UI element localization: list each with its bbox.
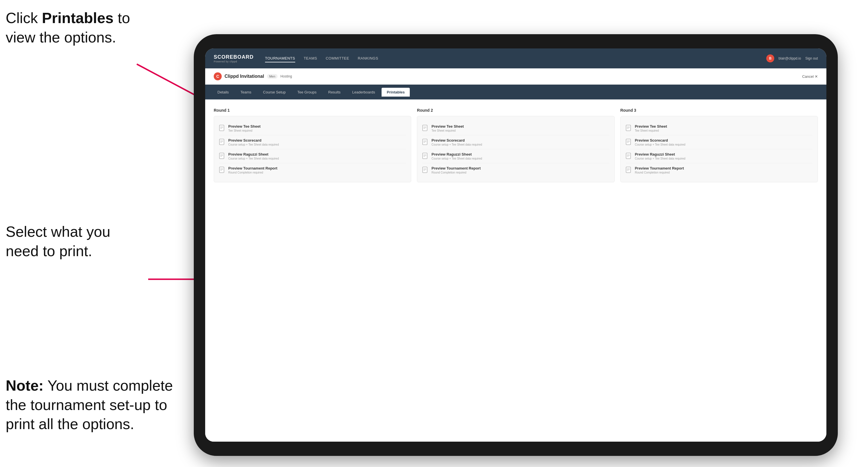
print-text-2-2: Preview ScorecardCourse setup + Tee Shee… (431, 138, 482, 146)
print-item-3-1[interactable]: Preview Tee SheetTee Sheet required (626, 121, 812, 135)
print-title-2-3: Preview Raguzzi Sheet (431, 152, 482, 156)
tab-results[interactable]: Results (323, 88, 346, 97)
svg-rect-40 (626, 139, 631, 145)
print-item-3-4[interactable]: Preview Tournament ReportRound Completio… (626, 163, 812, 177)
svg-rect-12 (219, 153, 224, 159)
cancel-button[interactable]: Cancel ✕ (802, 74, 818, 79)
print-text-1-3: Preview Raguzzi SheetCourse setup + Tee … (228, 152, 279, 160)
round-1-section: Round 1 Preview Tee SheetTee Sheet requi… (214, 108, 411, 182)
print-subtitle-1-3: Course setup + Tee Sheet data required (228, 157, 279, 160)
svg-rect-48 (626, 167, 631, 173)
main-content: Round 1 Preview Tee SheetTee Sheet requi… (205, 99, 827, 442)
document-icon-3-2 (626, 139, 632, 146)
print-title-3-2: Preview Scorecard (635, 138, 685, 143)
print-text-2-4: Preview Tournament ReportRound Completio… (431, 166, 480, 174)
print-subtitle-3-1: Tee Sheet required (635, 129, 667, 132)
svg-rect-8 (219, 139, 224, 145)
print-subtitle-2-4: Round Completion required (431, 171, 480, 174)
user-avatar: B (766, 55, 774, 62)
print-item-2-3[interactable]: Preview Raguzzi SheetCourse setup + Tee … (422, 149, 609, 163)
print-title-2-4: Preview Tournament Report (431, 166, 480, 170)
print-item-1-4[interactable]: Preview Tournament ReportRound Completio… (219, 163, 406, 177)
print-item-3-3[interactable]: Preview Raguzzi SheetCourse setup + Tee … (626, 149, 812, 163)
tab-printables[interactable]: Printables (381, 88, 410, 97)
print-item-1-3[interactable]: Preview Raguzzi SheetCourse setup + Tee … (219, 149, 406, 163)
round-2-section: Round 2 Preview Tee SheetTee Sheet requi… (417, 108, 614, 182)
sub-nav: Details Teams Course Setup Tee Groups Re… (205, 85, 827, 99)
document-icon-1-1 (219, 125, 225, 132)
print-subtitle-2-1: Tee Sheet required (431, 129, 464, 132)
tab-tee-groups[interactable]: Tee Groups (292, 88, 322, 97)
instruction-mid-text: Select what you (6, 223, 110, 240)
print-subtitle-3-3: Course setup + Tee Sheet data required (635, 157, 685, 160)
user-email: blair@clippd.io (778, 56, 801, 60)
round-3-label: Round 3 (620, 108, 818, 113)
print-item-2-1[interactable]: Preview Tee SheetTee Sheet required (422, 121, 609, 135)
tab-teams[interactable]: Teams (236, 88, 256, 97)
brand: SCOREBOARD Powered by clippd (214, 54, 254, 63)
svg-rect-28 (423, 153, 427, 159)
print-item-2-4[interactable]: Preview Tournament ReportRound Completio… (422, 163, 609, 177)
rounds-grid: Round 1 Preview Tee SheetTee Sheet requi… (214, 108, 818, 182)
print-item-2-2[interactable]: Preview ScorecardCourse setup + Tee Shee… (422, 135, 609, 149)
svg-rect-32 (423, 167, 427, 173)
tournament-status: Hosting (280, 74, 292, 79)
nav-rankings[interactable]: RANKINGS (358, 55, 378, 62)
svg-rect-36 (626, 125, 631, 131)
print-title-3-3: Preview Raguzzi Sheet (635, 152, 685, 156)
nav-tournaments[interactable]: TOURNAMENTS (265, 55, 295, 62)
print-subtitle-1-2: Course setup + Tee Sheet data required (228, 143, 279, 146)
print-item-1-1[interactable]: Preview Tee SheetTee Sheet required (219, 121, 406, 135)
sign-out-link[interactable]: Sign out (805, 56, 818, 60)
brand-sub: Powered by clippd (214, 60, 254, 63)
print-title-3-4: Preview Tournament Report (635, 166, 684, 170)
instruction-bottom-bold: Note: (6, 377, 43, 394)
tournament-logo: C (214, 72, 222, 80)
print-subtitle-1-1: Tee Sheet required (228, 129, 260, 132)
print-text-3-2: Preview ScorecardCourse setup + Tee Shee… (635, 138, 685, 146)
print-text-3-3: Preview Raguzzi SheetCourse setup + Tee … (635, 152, 685, 160)
round-2-label: Round 2 (417, 108, 614, 113)
svg-rect-16 (219, 167, 224, 173)
print-title-2-2: Preview Scorecard (431, 138, 482, 143)
print-subtitle-3-4: Round Completion required (635, 171, 684, 174)
print-subtitle-3-2: Course setup + Tee Sheet data required (635, 143, 685, 146)
round-3-card: Preview Tee SheetTee Sheet required Prev… (620, 116, 818, 182)
document-icon-2-2 (422, 139, 429, 146)
document-icon-1-4 (219, 167, 225, 174)
round-2-card: Preview Tee SheetTee Sheet required Prev… (417, 116, 614, 182)
nav-teams[interactable]: TEAMS (304, 55, 317, 62)
print-text-3-4: Preview Tournament ReportRound Completio… (635, 166, 684, 174)
print-title-3-1: Preview Tee Sheet (635, 124, 667, 128)
tab-details[interactable]: Details (212, 88, 234, 97)
tablet-frame: SCOREBOARD Powered by clippd TOURNAMENTS… (194, 34, 838, 456)
document-icon-1-2 (219, 139, 225, 146)
instruction-mid: Select what you need to print. (6, 222, 110, 261)
print-text-1-2: Preview ScorecardCourse setup + Tee Shee… (228, 138, 279, 146)
tab-course-setup[interactable]: Course Setup (258, 88, 291, 97)
top-nav-right: B blair@clippd.io Sign out (766, 55, 818, 62)
document-icon-1-3 (219, 153, 225, 160)
document-icon-3-4 (626, 167, 632, 174)
tournament-header: C Clippd Invitational Men Hosting Cancel… (205, 68, 827, 85)
document-icon-2-3 (422, 153, 429, 160)
nav-committee[interactable]: COMMITTEE (326, 55, 349, 62)
print-subtitle-2-3: Course setup + Tee Sheet data required (431, 157, 482, 160)
instruction-top: Click Printables toview the options. (6, 8, 130, 47)
print-item-1-2[interactable]: Preview ScorecardCourse setup + Tee Shee… (219, 135, 406, 149)
document-icon-2-1 (422, 125, 429, 132)
svg-rect-44 (626, 153, 631, 159)
brand-title: SCOREBOARD (214, 54, 254, 60)
print-title-2-1: Preview Tee Sheet (431, 124, 464, 128)
document-icon-3-3 (626, 153, 632, 160)
svg-rect-24 (423, 139, 427, 145)
print-subtitle-2-2: Course setup + Tee Sheet data required (431, 143, 482, 146)
svg-rect-20 (423, 125, 427, 131)
tab-leaderboards[interactable]: Leaderboards (347, 88, 380, 97)
print-text-2-3: Preview Raguzzi SheetCourse setup + Tee … (431, 152, 482, 160)
top-nav: SCOREBOARD Powered by clippd TOURNAMENTS… (205, 49, 827, 68)
print-text-1-4: Preview Tournament ReportRound Completio… (228, 166, 277, 174)
round-3-section: Round 3 Preview Tee SheetTee Sheet requi… (620, 108, 818, 182)
print-item-3-2[interactable]: Preview ScorecardCourse setup + Tee Shee… (626, 135, 812, 149)
instruction-top-text: Click Printables toview the options. (6, 10, 130, 45)
